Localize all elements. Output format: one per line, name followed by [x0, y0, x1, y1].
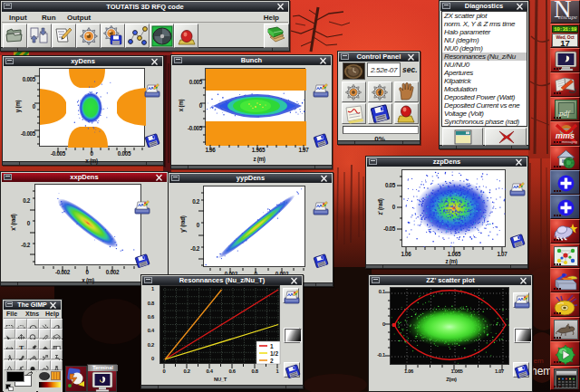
svg-text:1/2: 1/2 [270, 350, 278, 357]
svg-text:hem: hem [531, 365, 552, 378]
svg-text:1: 1 [378, 89, 382, 97]
svg-text:1: 1 [270, 343, 274, 349]
svg-text:messaging: messaging [562, 140, 577, 144]
svg-text:2: 2 [270, 358, 274, 364]
svg-text:mms: mms [556, 131, 575, 140]
